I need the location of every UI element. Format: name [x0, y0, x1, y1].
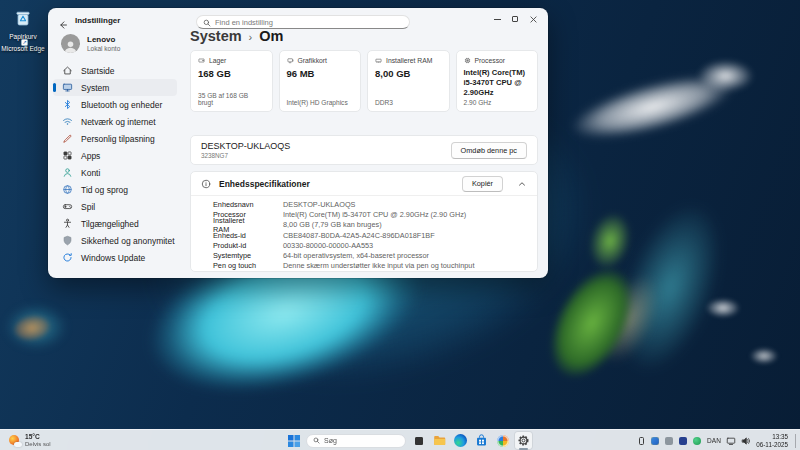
language-indicator[interactable]: DAN [707, 437, 721, 444]
wallpaper-sandbar [575, 251, 683, 388]
spec-label: Enhedsnavn [191, 200, 261, 209]
user-name: Lenovo [87, 35, 120, 45]
sidebar-item-tilgaengelighed[interactable]: Tilgængelighed [53, 215, 177, 232]
chevron-up-icon[interactable] [517, 179, 527, 189]
wallpaper-left-reef-inner [6, 308, 59, 348]
recycle-bin-icon [13, 14, 33, 31]
show-desktop-button[interactable] [795, 434, 797, 448]
file-explorer-button[interactable] [431, 432, 448, 449]
photos-icon [497, 435, 509, 447]
sidebar-item-bluetooth-og-enheder[interactable]: Bluetooth og enheder [53, 96, 177, 113]
desktop-icon-label: Microsoft Edge [0, 45, 46, 53]
phone-link-tray-icon[interactable] [637, 436, 646, 445]
cpu-icon [464, 57, 471, 64]
taskbar-search[interactable]: Søg [306, 434, 406, 448]
card-gpu: Grafikkort 96 MB Intel(R) HD Graphics [279, 50, 362, 112]
clock[interactable]: 13:35 06-11-2025 [756, 433, 788, 449]
spec-label: Produkt-id [191, 241, 261, 250]
card-footer: 2.90 GHz [464, 99, 531, 106]
sidebar-item-label: Netværk og internet [81, 117, 156, 127]
window-title: Indstillinger [75, 16, 120, 25]
breadcrumb: System › Om [190, 28, 283, 44]
task-view-icon [412, 434, 426, 448]
tray-app-blue-icon[interactable] [651, 436, 660, 445]
user-account[interactable]: Lenovo Lokal konto [61, 34, 120, 53]
edge-button[interactable] [452, 432, 469, 449]
gear-icon [517, 434, 530, 447]
sidebar-item-label: Sikkerhed og anonymitet [81, 236, 175, 246]
desktop[interactable]: Papirkurv ↗ Microsoft Edge Indstillinger [0, 0, 800, 450]
sidebar-item-personlig-tilpasning[interactable]: Personlig tilpasning [53, 130, 177, 147]
file-explorer-icon [433, 434, 446, 447]
card-label: Grafikkort [298, 57, 327, 64]
sidebar-item-konti[interactable]: Konti [53, 164, 177, 181]
card-value: Intel(R) Core(TM) i5-3470T CPU @ 2.90GHz [464, 68, 531, 98]
spec-row-enhedsnavn: Enhedsnavn DESKTOP-UKLAOQS [191, 199, 537, 209]
back-button[interactable] [58, 16, 68, 26]
photos-button[interactable] [494, 432, 511, 449]
sidebar-item-sikkerhed-og-anonymitet[interactable]: Sikkerhed og anonymitet [53, 232, 177, 249]
card-footer: DDR3 [375, 99, 442, 106]
taskbar: 15°C Delvis sol Søg [0, 429, 800, 450]
sidebar-item-label: Spil [81, 202, 95, 212]
tray-app-gray-icon[interactable] [665, 436, 674, 445]
copy-button[interactable]: Kopiér [462, 176, 503, 192]
device-specifications-card: Enhedsspecifikationer Kopiér Enhedsnavn … [190, 171, 538, 272]
page-title: Om [259, 28, 283, 44]
wallpaper-reef-fringe [580, 163, 760, 412]
task-view-button[interactable] [410, 432, 427, 449]
wallpaper-island-small [577, 200, 644, 282]
avatar [61, 34, 80, 53]
specs-title: Enhedsspecifikationer [219, 179, 310, 189]
settings-taskbar-button[interactable] [515, 432, 532, 449]
weather-partly-sunny-icon [8, 434, 21, 447]
time-language-icon [62, 184, 73, 195]
card-label: Lager [209, 57, 226, 64]
sidebar-item-tid-og-sprog[interactable]: Tid og sprog [53, 181, 177, 198]
spec-row-installeret-ram: Installeret RAM 8,00 GB (7,79 GB kan bru… [191, 220, 537, 230]
gaming-icon [62, 201, 73, 212]
desktop-icon-recycle-bin[interactable]: Papirkurv [0, 8, 46, 41]
start-button[interactable] [285, 432, 302, 449]
clock-time: 13:35 [756, 433, 788, 441]
sidebar-item-apps[interactable]: Apps [53, 147, 177, 164]
wallpaper-cloud-dot [700, 295, 746, 321]
sidebar-item-system[interactable]: System [53, 79, 177, 96]
breadcrumb-system[interactable]: System [190, 28, 242, 44]
ram-icon [375, 57, 382, 64]
store-button[interactable] [473, 432, 490, 449]
device-specifications-header[interactable]: Enhedsspecifikationer Kopiér [191, 172, 537, 196]
settings-content: System › Om Lager 168 GB 35 GB af 168 GB… [190, 8, 538, 278]
card-storage: Lager 168 GB 35 GB af 168 GB brugt [190, 50, 273, 112]
tray-app-green-icon[interactable] [693, 436, 702, 445]
spec-value: 64-bit operativsystem, x64-baseret proce… [261, 251, 429, 260]
weather-temperature: 15°C [25, 433, 51, 441]
card-processor: Processor Intel(R) Core(TM) i5-3470T CPU… [456, 50, 539, 112]
privacy-shield-icon [62, 235, 73, 246]
tray-app-navy-icon[interactable] [679, 436, 688, 445]
device-name-bar: DESKTOP-UKLAOQS 3238NG7 Omdøb denne pc [190, 135, 538, 165]
card-ram: Installeret RAM 8,00 GB DDR3 [367, 50, 450, 112]
volume-icon[interactable] [741, 432, 751, 450]
rename-pc-button[interactable]: Omdøb denne pc [451, 142, 527, 159]
card-value: 8,00 GB [375, 68, 442, 79]
sidebar-item-netvaerk-og-internet[interactable]: Netværk og internet [53, 113, 177, 130]
weather-widget[interactable]: 15°C Delvis sol [4, 430, 55, 450]
network-icon[interactable] [726, 432, 736, 450]
sidebar-item-label: Apps [81, 151, 100, 161]
card-value: 168 GB [198, 68, 265, 79]
card-footer: Intel(R) HD Graphics [287, 99, 354, 106]
spec-row-produkt-id: Produkt-id 00330-80000-00000-AA553 [191, 240, 537, 250]
card-value: 96 MB [287, 68, 354, 79]
update-icon [62, 252, 73, 263]
sidebar-item-spil[interactable]: Spil [53, 198, 177, 215]
spec-value: CBE84087-B0DA-42A5-A24C-896DA018F1BF [261, 231, 435, 240]
sidebar-item-label: Tilgængelighed [81, 219, 139, 229]
sidebar-item-windows-update[interactable]: Windows Update [53, 249, 177, 266]
sidebar-item-label: System [81, 83, 109, 93]
sidebar-item-label: Konti [81, 168, 100, 178]
settings-sidebar: Lenovo Lokal konto Startside System Blue… [48, 30, 182, 278]
settings-window: Indstillinger Lenovo Lokal konto [48, 8, 548, 278]
desktop-icon-edge[interactable]: ↗ Microsoft Edge [0, 44, 46, 53]
sidebar-item-startside[interactable]: Startside [53, 62, 177, 79]
